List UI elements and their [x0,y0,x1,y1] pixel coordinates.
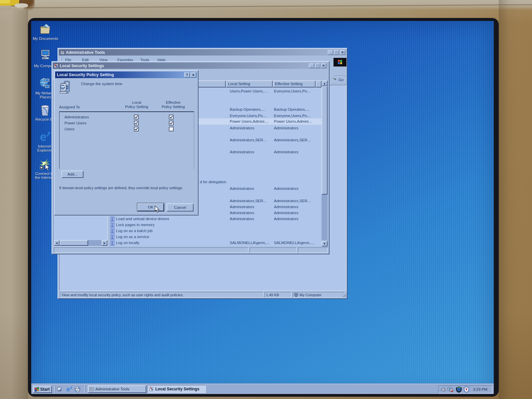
svg-text:e: e [66,386,70,392]
svg-text:e: e [40,131,47,144]
